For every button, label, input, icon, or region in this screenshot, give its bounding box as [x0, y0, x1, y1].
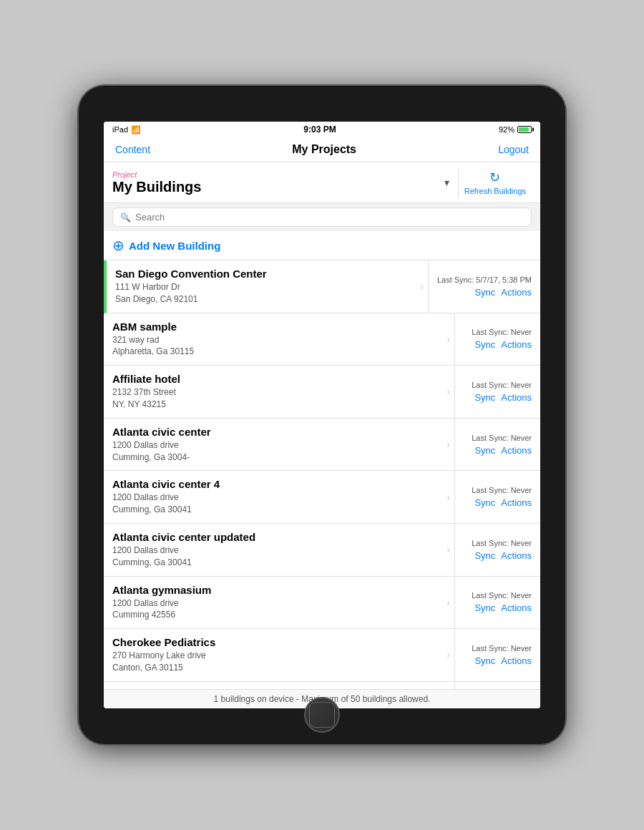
sync-button[interactable]: Sync — [474, 287, 495, 298]
building-row: Atlanta gymnasium1200 Dallas driveCummin… — [104, 577, 540, 630]
building-address-line2: Cumming, Ga 30041 — [112, 504, 436, 516]
sync-button[interactable]: Sync — [474, 550, 495, 561]
actions-button[interactable]: Actions — [501, 602, 532, 613]
nav-bar: Content My Projects Logout — [104, 137, 540, 162]
actions-button[interactable]: Actions — [501, 392, 532, 403]
action-buttons: SyncActions — [474, 287, 532, 298]
building-actions-panel: Last Sync: NeverSyncActions — [454, 419, 540, 471]
action-buttons: SyncActions — [474, 655, 532, 666]
logout-button[interactable]: Logout — [498, 144, 529, 155]
building-name: Atlanta gymnasium — [112, 584, 436, 596]
dropdown-icon[interactable]: ▾ — [439, 177, 455, 188]
building-name: Affiliate hotel — [112, 373, 436, 385]
last-sync-label: Last Sync: Never — [472, 539, 532, 547]
building-actions-panel: Last Sync: NeverSyncActions — [454, 471, 540, 523]
action-buttons: SyncActions — [474, 445, 532, 456]
actions-button[interactable]: Actions — [501, 339, 532, 350]
building-actions-panel: Last Sync: NeverSyncActions — [454, 682, 540, 689]
actions-button[interactable]: Actions — [501, 445, 532, 456]
sync-button[interactable]: Sync — [474, 602, 495, 613]
building-info[interactable]: Cherokee Pediatrics270 Harmony Lake driv… — [104, 629, 442, 681]
building-row: ABM sample321 way radAlpharetta, Ga 3011… — [104, 313, 540, 366]
actions-button[interactable]: Actions — [501, 550, 532, 561]
sync-button[interactable]: Sync — [474, 339, 495, 350]
status-bar: iPad 📶 9:03 PM 92% — [104, 122, 540, 137]
building-row: Affiliate hotel2132 37th StreetNY, NY 43… — [104, 366, 540, 419]
building-info[interactable]: Atlanta gymnasium1200 Dallas driveCummin… — [104, 577, 442, 629]
action-buttons: SyncActions — [474, 602, 532, 613]
refresh-buildings-button[interactable]: ↻ Refresh Buildings — [458, 167, 532, 198]
chevron-right-icon: › — [442, 419, 454, 471]
building-address-line1: 111 W Harbor Dr — [115, 281, 410, 293]
last-sync-label: Last Sync: Never — [472, 328, 532, 336]
sync-button[interactable]: Sync — [474, 392, 495, 403]
building-address-line2: San Diego, CA 92101 — [115, 293, 410, 306]
chevron-right-icon: › — [442, 471, 454, 523]
building-address-line2: Cumming, Ga 3004- — [112, 451, 436, 464]
chevron-right-icon: › — [442, 629, 454, 681]
building-info[interactable]: Delta conference center1200 Dallas drive… — [104, 682, 442, 689]
search-icon: 🔍 — [120, 213, 131, 223]
building-row: Delta conference center1200 Dallas drive… — [104, 682, 540, 689]
building-address-line2: NY, NY 43215 — [112, 399, 436, 411]
status-right: 92% — [499, 125, 532, 134]
building-name: Atlanta civic center updated — [112, 531, 436, 543]
tablet-frame: iPad 📶 9:03 PM 92% Content My Projects L… — [79, 86, 565, 744]
sync-button[interactable]: Sync — [474, 655, 495, 666]
building-row: Atlanta civic center updated1200 Dallas … — [104, 524, 540, 577]
home-button[interactable] — [304, 697, 340, 733]
chevron-right-icon: › — [416, 260, 428, 313]
building-address-line2: Canton, GA 30115 — [112, 662, 436, 674]
building-info[interactable]: Affiliate hotel2132 37th StreetNY, NY 43… — [104, 366, 442, 418]
building-info[interactable]: Atlanta civic center updated1200 Dallas … — [104, 524, 442, 576]
status-time: 9:03 PM — [303, 125, 336, 135]
building-name: Cherokee Pediatrics — [112, 636, 436, 648]
building-info[interactable]: San Diego Convention Center111 W Harbor … — [107, 260, 416, 313]
building-info[interactable]: Atlanta civic center 41200 Dallas driveC… — [104, 471, 442, 523]
my-buildings-title: My Buildings — [112, 179, 439, 195]
action-buttons: SyncActions — [474, 550, 532, 561]
refresh-label: Refresh Buildings — [464, 187, 526, 195]
building-address-line1: 2132 37th Street — [112, 386, 436, 399]
building-name: Atlanta civic center — [112, 426, 436, 438]
header-left: Project My Buildings — [112, 170, 439, 195]
search-input-wrap: 🔍 — [112, 208, 532, 227]
sync-button[interactable]: Sync — [474, 445, 495, 456]
sync-button[interactable]: Sync — [474, 497, 495, 508]
wifi-icon: 📶 — [131, 125, 141, 135]
action-buttons: SyncActions — [474, 339, 532, 350]
building-row: Cherokee Pediatrics270 Harmony Lake driv… — [104, 629, 540, 682]
building-address-line1: 1200 Dallas drive — [112, 439, 436, 451]
building-info[interactable]: Atlanta civic center1200 Dallas driveCum… — [104, 419, 442, 471]
project-label: Project — [112, 170, 439, 179]
search-input[interactable] — [135, 212, 524, 223]
actions-button[interactable]: Actions — [501, 287, 532, 298]
search-bar: 🔍 — [104, 203, 540, 231]
building-actions-panel: Last Sync: NeverSyncActions — [454, 313, 540, 366]
building-actions-panel: Last Sync: NeverSyncActions — [454, 629, 540, 681]
actions-button[interactable]: Actions — [501, 497, 532, 508]
building-info[interactable]: ABM sample321 way radAlpharetta, Ga 3011… — [104, 313, 442, 366]
add-building-row[interactable]: ⊕ Add New Building — [104, 231, 540, 260]
building-address-line1: 321 way rad — [112, 334, 436, 346]
building-row: Atlanta civic center1200 Dallas driveCum… — [104, 419, 540, 472]
tablet-screen: iPad 📶 9:03 PM 92% Content My Projects L… — [104, 122, 540, 708]
last-sync-label: Last Sync: Never — [472, 644, 532, 653]
building-address-line1: 1200 Dallas drive — [112, 597, 436, 610]
building-list: San Diego Convention Center111 W Harbor … — [104, 260, 540, 689]
chevron-right-icon: › — [442, 577, 454, 629]
add-icon: ⊕ — [112, 237, 125, 254]
chevron-right-icon: › — [442, 313, 454, 366]
building-address-line1: 270 Harmony Lake drive — [112, 650, 436, 662]
content-button[interactable]: Content — [115, 144, 150, 155]
building-actions-panel: Last Sync: 5/7/17, 5:38 PMSyncActions — [428, 260, 540, 313]
chevron-right-icon: › — [442, 524, 454, 576]
chevron-right-icon: › — [442, 366, 454, 418]
chevron-right-icon: › — [442, 682, 454, 689]
last-sync-label: Last Sync: Never — [472, 486, 532, 494]
action-buttons: SyncActions — [474, 497, 532, 508]
last-sync-label: Last Sync: Never — [472, 591, 532, 600]
header-section: Project My Buildings ▾ ↻ Refresh Buildin… — [104, 162, 540, 203]
actions-button[interactable]: Actions — [501, 655, 532, 666]
device-label: iPad — [112, 125, 128, 134]
